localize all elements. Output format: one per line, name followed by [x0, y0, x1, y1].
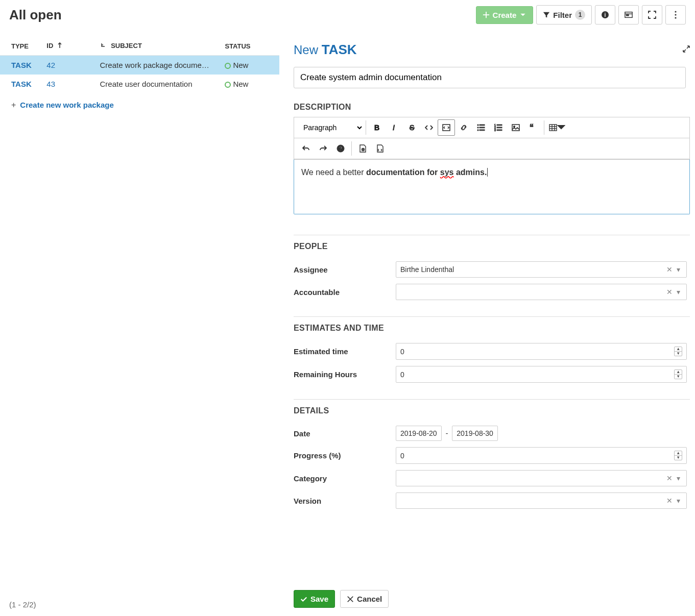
svg-rect-23: [497, 130, 502, 131]
estimated-time-input[interactable]: 0 ▲▼: [396, 343, 687, 360]
end-date-input[interactable]: 2019-08-30: [452, 426, 498, 441]
assignee-select[interactable]: Birthe Lindenthal ✕ ▾: [396, 261, 687, 278]
expand-icon[interactable]: [683, 45, 690, 54]
strike-button[interactable]: S: [403, 119, 420, 136]
redo-button[interactable]: [315, 140, 332, 157]
progress-label: Progress (%): [294, 451, 396, 460]
description-editor[interactable]: We need a better documentation for sys a…: [294, 159, 690, 214]
create-button[interactable]: Create: [476, 6, 534, 24]
code-button[interactable]: [420, 119, 438, 136]
number-stepper[interactable]: ▲▼: [674, 369, 682, 379]
subject-input[interactable]: [294, 67, 686, 88]
timeline-button[interactable]: [618, 5, 639, 24]
code-block-button[interactable]: [438, 119, 455, 136]
clear-icon[interactable]: ✕: [664, 288, 675, 296]
plus-icon: [483, 11, 490, 18]
svg-rect-24: [512, 125, 519, 131]
svg-point-12: [477, 125, 478, 126]
preview-button[interactable]: [354, 140, 371, 157]
column-header-subject[interactable]: SUBJECT: [96, 37, 221, 56]
table-row[interactable]: TASK 42 Create work package docume… New: [0, 56, 279, 75]
table-row[interactable]: TASK 43 Create user documentation New: [0, 75, 279, 93]
category-select[interactable]: ✕ ▾: [396, 470, 687, 486]
status-circle-icon: [225, 82, 231, 88]
start-date-input[interactable]: 2019-08-20: [396, 426, 442, 441]
svg-rect-4: [627, 15, 629, 16]
estimated-time-label: Estimated time: [294, 347, 396, 356]
number-stepper[interactable]: ▲▼: [674, 451, 682, 460]
numbered-list-button[interactable]: 123: [490, 119, 507, 136]
svg-point-14: [477, 127, 478, 128]
link-button[interactable]: [455, 119, 472, 136]
caret-down-icon[interactable]: ▾: [675, 265, 682, 274]
description-heading: DESCRIPTION: [294, 103, 690, 112]
filter-count-badge: 1: [575, 10, 585, 20]
caret-down-icon[interactable]: ▾: [675, 288, 682, 296]
save-button[interactable]: Save: [294, 590, 335, 608]
bullet-list-button[interactable]: [472, 119, 490, 136]
people-heading: PEOPLE: [294, 242, 334, 251]
create-work-package-row[interactable]: +Create new work package: [0, 93, 279, 110]
page-title: All open: [9, 7, 62, 23]
caret-down-icon: [519, 11, 526, 18]
caret-down-icon[interactable]: ▾: [675, 474, 682, 482]
number-stepper[interactable]: ▲▼: [674, 347, 682, 356]
remaining-hours-input[interactable]: 0 ▲▼: [396, 366, 687, 383]
column-header-type[interactable]: TYPE: [0, 37, 42, 56]
svg-rect-17: [480, 130, 485, 131]
info-button[interactable]: i: [595, 5, 615, 24]
svg-rect-21: [497, 127, 502, 128]
hierarchy-icon: [100, 42, 106, 50]
caret-down-icon[interactable]: ▾: [675, 497, 682, 505]
sort-asc-icon: [57, 42, 62, 50]
check-icon: [300, 596, 307, 603]
cancel-button[interactable]: Cancel: [340, 590, 389, 608]
source-button[interactable]: [371, 140, 389, 157]
remaining-hours-label: Remaining Hours: [294, 370, 396, 379]
version-select[interactable]: ✕ ▾: [396, 492, 687, 509]
svg-rect-15: [480, 127, 485, 128]
svg-point-35: [363, 149, 364, 150]
filter-icon: [543, 11, 550, 18]
svg-text:3: 3: [494, 129, 496, 132]
filter-button[interactable]: Filter 1: [536, 5, 592, 24]
svg-text:B: B: [374, 124, 379, 132]
clear-icon[interactable]: ✕: [664, 265, 675, 274]
svg-text:i: i: [605, 12, 606, 18]
accountable-label: Accountable: [294, 288, 396, 297]
column-header-status[interactable]: STATUS: [221, 37, 279, 56]
details-heading: DETAILS: [294, 406, 335, 415]
paragraph-select[interactable]: Paragraph: [297, 120, 364, 135]
svg-rect-19: [497, 125, 502, 126]
work-package-type[interactable]: TASK: [322, 42, 357, 57]
image-button[interactable]: [507, 119, 524, 136]
status-circle-icon: [225, 63, 231, 69]
bold-button[interactable]: B: [368, 119, 386, 136]
accountable-select[interactable]: ✕ ▾: [396, 284, 687, 300]
assignee-label: Assignee: [294, 265, 396, 274]
svg-point-16: [477, 130, 478, 131]
table-button[interactable]: [546, 119, 568, 136]
x-icon: [347, 596, 354, 603]
svg-point-5: [675, 11, 676, 12]
svg-rect-27: [549, 125, 557, 131]
column-header-id[interactable]: ID: [42, 37, 95, 56]
undo-button[interactable]: [297, 140, 315, 157]
estimates-heading: ESTIMATES AND TIME: [294, 324, 390, 333]
quote-button[interactable]: “: [524, 119, 542, 136]
clear-icon[interactable]: ✕: [664, 497, 675, 505]
svg-text:S: S: [410, 124, 414, 132]
svg-point-7: [675, 17, 676, 18]
svg-text:“: “: [530, 124, 534, 132]
fullscreen-button[interactable]: [642, 5, 662, 24]
svg-rect-13: [480, 125, 485, 126]
svg-point-6: [675, 14, 676, 15]
clear-icon[interactable]: ✕: [664, 474, 675, 482]
svg-text:?: ?: [339, 146, 342, 152]
italic-button[interactable]: I: [386, 119, 403, 136]
panel-title: New TASK: [294, 42, 357, 58]
progress-input[interactable]: 0 ▲▼: [396, 447, 687, 464]
more-menu-button[interactable]: [665, 5, 686, 24]
help-button[interactable]: ?: [332, 140, 349, 157]
svg-text:I: I: [393, 124, 395, 132]
